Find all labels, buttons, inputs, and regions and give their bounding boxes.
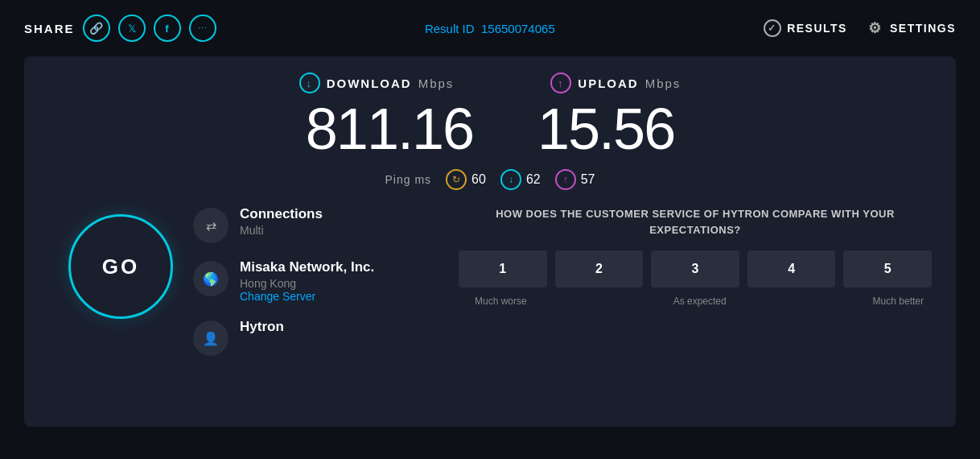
download-label: DOWNLOAD: [327, 76, 412, 90]
download-value: 811.16: [306, 100, 473, 158]
gear-icon: ⚙: [867, 19, 884, 37]
go-button[interactable]: GO: [68, 214, 173, 319]
rating-label-left: Much worse: [475, 296, 527, 307]
rating-label-center: As expected: [673, 296, 727, 307]
provider-content: Misaka Network, Inc. Hong Kong Change Se…: [240, 259, 374, 303]
upload-value: 15.56: [537, 100, 674, 158]
ping-label: Ping ms: [385, 173, 432, 186]
result-id-area: Result ID 15650074065: [425, 22, 555, 35]
upload-unit: Mbps: [645, 76, 681, 90]
rating-1[interactable]: 1: [459, 250, 547, 287]
download-arrow-icon: ↓: [299, 72, 320, 93]
nav-actions: ✓ RESULTS ⚙ SETTINGS: [764, 19, 956, 37]
main-panel: ↓ DOWNLOAD Mbps ↑ UPLOAD Mbps 811.16 15.…: [24, 56, 956, 427]
go-container: GO: [48, 206, 193, 319]
survey-section: HOW DOES THE CUSTOMER SERVICE OF HYTRON …: [434, 206, 932, 307]
rating-labels: Much worse As expected Much better: [459, 296, 932, 307]
connections-icon: ⇄: [193, 208, 229, 243]
download-unit: Mbps: [418, 76, 455, 90]
speed-values: 811.16 15.56: [48, 100, 932, 158]
settings-label: SETTINGS: [890, 22, 956, 35]
ping-down-value: 62: [526, 172, 541, 187]
link-icon[interactable]: 🔗: [83, 14, 110, 42]
results-label: RESULTS: [787, 22, 847, 35]
facebook-icon[interactable]: f: [154, 14, 181, 42]
server-info: ⇄ Connections Multi 🌎 Misaka Network, In…: [193, 206, 434, 372]
rating-row: 1 2 3 4 5: [459, 250, 932, 287]
host-row: 👤 Hytron: [193, 319, 434, 356]
settings-button[interactable]: ⚙ SETTINGS: [867, 19, 956, 37]
provider-row: 🌎 Misaka Network, Inc. Hong Kong Change …: [193, 259, 434, 303]
connections-row: ⇄ Connections Multi: [193, 206, 434, 243]
survey-question: HOW DOES THE CUSTOMER SERVICE OF HYTRON …: [459, 206, 932, 238]
provider-location: Hong Kong: [240, 277, 374, 290]
host-content: Hytron: [240, 319, 284, 337]
connections-value: Multi: [240, 224, 323, 237]
ping-up-value: 57: [581, 172, 595, 187]
host-label: Hytron: [240, 319, 284, 335]
ping-row: Ping ms ↻ 60 ↓ 62 ↑ 57: [48, 169, 932, 190]
results-button[interactable]: ✓ RESULTS: [764, 19, 847, 37]
top-bar: SHARE 🔗 𝕏 f ⋯ Result ID 15650074065 ✓ RE…: [0, 0, 980, 56]
download-header: ↓ DOWNLOAD Mbps: [299, 72, 455, 93]
upload-label: UPLOAD: [578, 76, 638, 90]
upload-header: ↑ UPLOAD Mbps: [550, 72, 681, 93]
result-id-value[interactable]: 15650074065: [481, 22, 555, 35]
ping-up-icon: ↑: [555, 169, 576, 190]
share-label: SHARE: [24, 22, 75, 35]
result-id-label: Result ID: [425, 22, 475, 35]
ping-idle-value: 60: [471, 172, 486, 187]
connections-label: Connections: [240, 206, 323, 222]
rating-label-right: Much better: [873, 296, 924, 307]
ping-down-icon: ↓: [500, 169, 521, 190]
share-section: SHARE 🔗 𝕏 f ⋯: [24, 14, 216, 42]
upload-arrow-icon: ↑: [550, 72, 571, 93]
ping-idle-group: ↻ 60: [446, 169, 486, 190]
ping-up-group: ↑ 57: [555, 169, 595, 190]
change-server-link[interactable]: Change Server: [240, 290, 374, 303]
rating-5[interactable]: 5: [843, 250, 932, 287]
ping-down-group: ↓ 62: [500, 169, 541, 190]
connections-content: Connections Multi: [240, 206, 323, 237]
provider-label: Misaka Network, Inc.: [240, 259, 374, 275]
check-icon: ✓: [764, 19, 781, 37]
speed-header: ↓ DOWNLOAD Mbps ↑ UPLOAD Mbps: [48, 72, 932, 93]
rating-4[interactable]: 4: [747, 250, 836, 287]
person-icon: 👤: [193, 320, 229, 356]
ping-idle-icon: ↻: [446, 169, 467, 190]
globe-icon: 🌎: [193, 261, 229, 296]
twitter-icon[interactable]: 𝕏: [118, 14, 146, 42]
rating-2[interactable]: 2: [555, 250, 644, 287]
bottom-row: GO ⇄ Connections Multi 🌎 Misaka Network,…: [48, 206, 932, 372]
more-icon[interactable]: ⋯: [189, 14, 216, 42]
rating-3[interactable]: 3: [651, 250, 739, 287]
